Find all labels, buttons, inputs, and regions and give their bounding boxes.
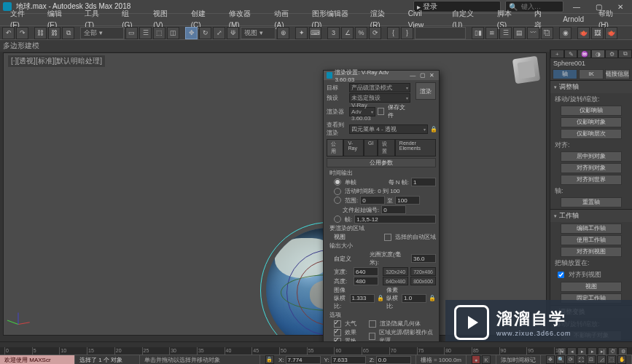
spinner-snap-button[interactable]: ⟳ bbox=[369, 27, 381, 39]
select-name-button[interactable]: ☰ bbox=[139, 27, 152, 39]
save-file-checkbox[interactable] bbox=[378, 108, 385, 115]
dialog-minimize-button[interactable]: — bbox=[409, 71, 416, 79]
coord-y-field[interactable]: 7.633 bbox=[331, 356, 366, 364]
select-move-button[interactable]: ✥ bbox=[185, 27, 198, 39]
undo-button[interactable]: ↶ bbox=[2, 27, 15, 39]
common-params-header[interactable]: 公用参数 bbox=[327, 158, 436, 167]
fov-button[interactable]: ◿ bbox=[597, 355, 606, 364]
minimize-button[interactable]: — bbox=[568, 1, 585, 12]
time-tag[interactable]: 添加时间标记 bbox=[496, 355, 541, 364]
cmdpanel-tab-3[interactable]: ◑ bbox=[591, 50, 605, 58]
center-to-object-button[interactable]: 居中到对象 bbox=[561, 151, 622, 162]
ref-coord-dropdown[interactable]: 视图 ▾ bbox=[241, 27, 276, 39]
angle-snap-button[interactable]: ∠ bbox=[341, 27, 354, 39]
toggle-ribbon-button[interactable]: ▤ bbox=[513, 27, 526, 39]
preset-800x600-button[interactable]: 800x600 bbox=[410, 277, 436, 285]
select-region-button[interactable]: ⬚ bbox=[153, 27, 165, 39]
hierarchy-pill-1[interactable]: IK bbox=[579, 69, 604, 79]
auto-key-button[interactable]: ● bbox=[472, 355, 480, 364]
use-working-pivot-button[interactable]: 使用工作轴 bbox=[561, 235, 622, 245]
percent-snap-button[interactable]: % bbox=[355, 27, 367, 39]
viewport-label[interactable]: [·][透视][标准][默认明暗处理] bbox=[8, 55, 105, 67]
pan-view-button-2[interactable]: ✋ bbox=[617, 355, 626, 364]
zoom-region-button[interactable]: ⬚ bbox=[607, 355, 616, 364]
zoom-view-button[interactable]: 🔍 bbox=[556, 355, 565, 364]
cmdpanel-tab-4[interactable]: ⚙ bbox=[605, 50, 619, 58]
unlink-button[interactable]: ⛓̸ bbox=[48, 27, 61, 39]
use-pivot-button[interactable]: ⊕ bbox=[277, 27, 289, 39]
coord-z-field[interactable]: 0.0 bbox=[376, 356, 411, 364]
target-dropdown[interactable]: 产品级渲染模式 bbox=[349, 83, 410, 92]
align-to-world-button[interactable]: 对齐到世界 bbox=[561, 175, 622, 185]
lock-view-icon[interactable]: 🔒 bbox=[430, 126, 436, 132]
window-crossing-button[interactable]: ◫ bbox=[167, 27, 179, 39]
selection-filter-dropdown[interactable]: 全部 ▾ bbox=[80, 27, 124, 39]
hierarchy-pill-0[interactable]: 轴 bbox=[553, 69, 577, 79]
hidden-geom-chk[interactable] bbox=[369, 320, 376, 328]
material-editor-button[interactable]: ◉ bbox=[559, 27, 571, 39]
align-button[interactable]: ≌ bbox=[485, 27, 498, 39]
named-selection-dropdown[interactable] bbox=[415, 27, 466, 39]
render-tab-gi[interactable]: GI bbox=[364, 139, 378, 157]
view-to-render-dropdown[interactable]: 四元菜单 4 - 透视 bbox=[349, 124, 428, 134]
select-scale-button[interactable]: ⤢ bbox=[213, 27, 225, 39]
affect-object-only-button[interactable]: 仅影响对象 bbox=[561, 117, 622, 127]
dialog-close-button[interactable]: ✕ bbox=[429, 71, 436, 79]
set-key-button[interactable]: K bbox=[482, 355, 491, 364]
curve-editor-button[interactable]: 〰 bbox=[527, 27, 539, 39]
rollout-adjust-pivot-header[interactable]: 调整轴 bbox=[550, 80, 632, 93]
cmdpanel-tab-2[interactable]: ♒ bbox=[577, 50, 591, 58]
area-shadow-chk[interactable] bbox=[369, 333, 375, 340]
redo-button[interactable]: ↷ bbox=[16, 27, 28, 39]
atmospherics-chk[interactable] bbox=[334, 320, 341, 328]
height-spinner[interactable] bbox=[354, 277, 378, 285]
hierarchy-pill-2[interactable]: 链接信息 bbox=[605, 69, 630, 79]
image-aspect-spinner[interactable] bbox=[350, 294, 375, 303]
width-spinner[interactable] bbox=[354, 267, 378, 276]
coord-x-field[interactable]: 7.774 bbox=[286, 356, 321, 364]
auto-region-checkbox[interactable] bbox=[384, 234, 391, 241]
dialog-titlebar[interactable]: 渲染设置: V-Ray Adv 3.60.03 — ▢ ✕ bbox=[324, 71, 439, 80]
link-button[interactable]: ⛓ bbox=[34, 27, 47, 39]
render-setup-button[interactable]: 🫖 bbox=[577, 27, 590, 39]
lock-selection-icon[interactable]: 🔒 bbox=[265, 355, 274, 364]
select-button[interactable]: ▭ bbox=[125, 27, 138, 39]
file-start-spinner[interactable] bbox=[381, 205, 406, 214]
viewcube[interactable] bbox=[512, 56, 540, 84]
view-button[interactable]: 视图 bbox=[561, 282, 622, 292]
zoom-extents-button[interactable]: ⊡ bbox=[587, 355, 596, 364]
cmdpanel-tab-5[interactable]: ⧉ bbox=[618, 50, 632, 58]
range-radio[interactable] bbox=[334, 197, 341, 204]
keyboard-shortcut-button[interactable]: ⌨ bbox=[309, 27, 321, 39]
max-viewport-button[interactable]: ⛶ bbox=[577, 355, 585, 364]
menu-arnold[interactable]: Arnold bbox=[555, 14, 591, 25]
snap-toggle-button[interactable]: 3 bbox=[327, 27, 340, 39]
dialog-maximize-button[interactable]: ▢ bbox=[418, 71, 426, 79]
every-nth-spinner[interactable] bbox=[411, 178, 436, 186]
renderer-dropdown[interactable]: V-Ray Adv 3.60.03 bbox=[349, 107, 375, 116]
preset-320x240-button[interactable]: 320x240 bbox=[383, 267, 408, 276]
cmdpanel-tab-1[interactable]: ✎ bbox=[564, 50, 578, 58]
render-prod-button[interactable]: 🫖 bbox=[605, 27, 617, 39]
single-frame-radio[interactable] bbox=[334, 178, 341, 186]
preset-640x480-button[interactable]: 640x480 bbox=[383, 277, 408, 285]
bind-button[interactable]: ⧉ bbox=[62, 27, 74, 39]
named-sel-button[interactable]: { bbox=[387, 27, 399, 39]
select-place-button[interactable]: ⟱ bbox=[227, 27, 239, 39]
pan-view-button[interactable]: ✥ bbox=[546, 355, 555, 364]
range-from-spinner[interactable] bbox=[360, 196, 385, 205]
lock-aspect-icon[interactable]: 🔒 bbox=[377, 295, 384, 301]
output-preset-dropdown[interactable]: 自定义 bbox=[334, 255, 367, 263]
perspective-viewport[interactable]: [·][透视][标准][默认明暗处理] bbox=[3, 52, 547, 336]
render-area-dropdown[interactable]: 视图 bbox=[334, 233, 370, 241]
script-listener[interactable]: 欢迎使用 MAXScr bbox=[0, 355, 75, 364]
aperture-spinner[interactable] bbox=[411, 254, 436, 263]
pixel-aspect-spinner[interactable] bbox=[402, 294, 426, 303]
edit-working-pivot-button[interactable]: 编辑工作轴 bbox=[561, 223, 622, 234]
schematic-button[interactable]: ⿻ bbox=[541, 27, 553, 39]
preset-720x486-button[interactable]: 720x486 bbox=[410, 267, 436, 276]
orbit-view-button[interactable]: ⟳ bbox=[566, 355, 575, 364]
manipulate-button[interactable]: ✦ bbox=[295, 27, 308, 39]
align-to-view-checkbox[interactable]: 对齐到视图 bbox=[555, 269, 628, 280]
frames-radio[interactable] bbox=[334, 215, 341, 223]
